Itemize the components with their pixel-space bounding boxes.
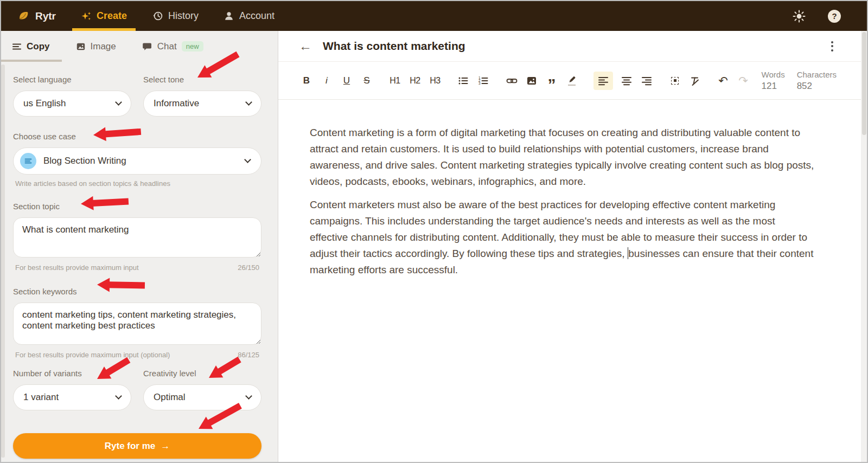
sidebar-scrollbar[interactable] bbox=[1, 65, 5, 458]
use-case-select[interactable]: Blog Section Writing bbox=[13, 147, 261, 175]
top-navbar: Rytr Create History Account ? bbox=[1, 1, 867, 31]
language-select[interactable]: us English bbox=[13, 91, 131, 117]
tone-value: Informative bbox=[154, 98, 199, 109]
help-glyph: ? bbox=[832, 11, 837, 21]
tab-image-label: Image bbox=[91, 41, 116, 52]
sidebar-tabs: Copy Image Chat new bbox=[1, 31, 278, 62]
theme-toggle-sun-icon[interactable] bbox=[792, 9, 806, 23]
words-count: 121 bbox=[762, 81, 785, 92]
ordered-list-button[interactable]: 123 bbox=[477, 72, 490, 90]
brand-home-link[interactable]: Rytr bbox=[17, 1, 56, 31]
sparkles-icon bbox=[81, 11, 92, 22]
text-color-pen-button[interactable] bbox=[565, 72, 578, 90]
italic-button[interactable]: i bbox=[320, 72, 333, 90]
tab-chat[interactable]: Chat new bbox=[142, 41, 203, 52]
select-all-button[interactable] bbox=[668, 72, 681, 90]
back-button[interactable]: ← bbox=[299, 40, 312, 53]
h2-button[interactable]: H2 bbox=[409, 72, 422, 90]
use-case-helper: Write articles based on section topics &… bbox=[13, 179, 261, 188]
topic-counter: 26/150 bbox=[238, 263, 259, 272]
align-left-button[interactable] bbox=[593, 72, 613, 90]
nav-history-label: History bbox=[168, 10, 199, 22]
use-case-value: Blog Section Writing bbox=[43, 156, 126, 166]
use-case-label: Choose use case bbox=[13, 132, 261, 141]
tone-select[interactable]: Informative bbox=[143, 91, 261, 117]
brand-name: Rytr bbox=[35, 10, 56, 22]
keywords-counter: 86/125 bbox=[238, 351, 259, 359]
chat-bubble-icon bbox=[142, 42, 152, 52]
document-title: What is content marketing bbox=[323, 40, 465, 53]
keywords-input[interactable]: content marketing tips, content marketin… bbox=[13, 303, 261, 345]
tone-label: Select tone bbox=[143, 75, 261, 84]
h3-button[interactable]: H3 bbox=[429, 72, 442, 90]
align-right-button[interactable] bbox=[640, 72, 653, 90]
link-button[interactable] bbox=[505, 72, 518, 90]
document-stats: Words 121 Characters 852 bbox=[762, 70, 837, 92]
text-lines-icon bbox=[12, 42, 22, 52]
redo-button[interactable]: ↷ bbox=[737, 72, 750, 90]
editor-header: ← What is content marketing bbox=[278, 31, 867, 62]
topic-label: Section topic bbox=[13, 202, 261, 211]
nav-item-create[interactable]: Create bbox=[81, 1, 127, 31]
image-icon bbox=[76, 42, 86, 52]
editor-panel: ← What is content marketing B i U S H1 H… bbox=[278, 31, 867, 462]
topic-helper: For best results provide maximum input bbox=[15, 263, 139, 272]
editor-toolbar: B i U S H1 H2 H3 123 ” bbox=[278, 62, 867, 100]
ryte-for-me-button[interactable]: Ryte for me → bbox=[13, 433, 261, 459]
chevron-down-icon bbox=[245, 393, 252, 400]
language-label: Select language bbox=[13, 75, 131, 84]
active-tab-underline bbox=[1, 60, 62, 62]
keywords-label: Section keywords bbox=[13, 287, 261, 296]
insert-image-button[interactable] bbox=[525, 72, 538, 90]
undo-button[interactable]: ↶ bbox=[717, 72, 730, 90]
creativity-value: Optimal bbox=[154, 392, 186, 403]
rytr-logo-icon bbox=[17, 10, 30, 22]
svg-text:3: 3 bbox=[478, 81, 481, 85]
app-window: Rytr Create History Account ? bbox=[0, 0, 868, 463]
variants-select[interactable]: 1 variant bbox=[13, 384, 131, 410]
nav-item-history[interactable]: History bbox=[152, 1, 199, 31]
bullet-list-button[interactable] bbox=[457, 72, 470, 90]
use-case-blog-icon bbox=[20, 153, 36, 169]
bold-button[interactable]: B bbox=[300, 72, 313, 90]
nav-create-label: Create bbox=[97, 10, 127, 22]
strikethrough-button[interactable]: S bbox=[360, 72, 373, 90]
nav-account-label: Account bbox=[239, 10, 275, 22]
new-badge: new bbox=[182, 41, 203, 52]
underline-button[interactable]: U bbox=[340, 72, 353, 90]
variants-value: 1 variant bbox=[23, 392, 59, 403]
sidebar: Copy Image Chat new Select langua bbox=[1, 31, 278, 462]
blockquote-button[interactable]: ” bbox=[545, 72, 558, 90]
h1-button[interactable]: H1 bbox=[388, 72, 401, 90]
kebab-menu-icon[interactable] bbox=[829, 39, 835, 54]
generator-form: Select language us English Select tone I… bbox=[1, 62, 278, 459]
editor-scrollbar[interactable] bbox=[861, 31, 867, 462]
clear-formatting-button[interactable] bbox=[688, 72, 701, 90]
help-button[interactable]: ? bbox=[828, 10, 841, 23]
chevron-down-icon bbox=[244, 156, 251, 163]
language-value: us English bbox=[23, 98, 66, 109]
scrollbar-thumb[interactable] bbox=[862, 32, 866, 135]
tab-image[interactable]: Image bbox=[76, 41, 116, 52]
creativity-label: Creativity level bbox=[143, 369, 261, 378]
creativity-select[interactable]: Optimal bbox=[143, 384, 261, 410]
align-center-button[interactable] bbox=[620, 72, 633, 90]
chevron-down-icon bbox=[115, 99, 122, 106]
cta-label: Ryte for me bbox=[105, 441, 156, 452]
chevron-down-icon bbox=[245, 99, 252, 106]
editor-content[interactable]: Content marketing is a form of digital m… bbox=[278, 100, 867, 278]
tab-chat-label: Chat bbox=[157, 41, 177, 52]
arrow-right-icon: → bbox=[161, 441, 170, 452]
history-clock-icon bbox=[152, 10, 163, 22]
tab-copy-label: Copy bbox=[27, 41, 50, 52]
words-label: Words bbox=[762, 70, 785, 79]
chevron-down-icon bbox=[115, 393, 122, 400]
nav-item-account[interactable]: Account bbox=[224, 1, 275, 31]
tab-copy[interactable]: Copy bbox=[12, 41, 50, 52]
paragraph-1: Content marketing is a form of digital m… bbox=[310, 125, 815, 190]
person-icon bbox=[224, 11, 234, 22]
characters-label: Characters bbox=[797, 70, 837, 79]
characters-count: 852 bbox=[797, 81, 837, 92]
variants-label: Number of variants bbox=[13, 369, 131, 378]
topic-input[interactable]: What is content marketing bbox=[13, 217, 261, 258]
